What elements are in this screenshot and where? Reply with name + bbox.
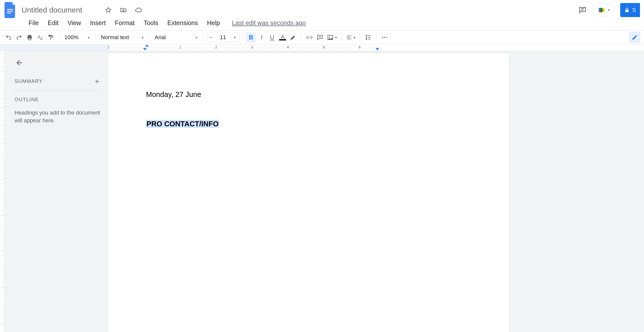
highlight-button[interactable] [288, 32, 298, 42]
svg-rect-6 [599, 8, 601, 10]
summary-label: SUMMARY [15, 78, 43, 84]
outline-empty-hint: Headings you add to the document will ap… [15, 109, 101, 125]
paragraph-style-value: Normal text [101, 34, 129, 41]
document-page[interactable]: Monday, 27 June PRO CONTACT/INFO [108, 52, 510, 332]
outline-collapse-button[interactable] [15, 59, 25, 69]
separator [341, 33, 342, 41]
ruler-number: 2 [215, 45, 217, 49]
editing-mode-button[interactable] [629, 32, 640, 43]
separator [149, 33, 149, 41]
separator [95, 33, 95, 41]
docs-logo[interactable] [4, 1, 17, 19]
header-right-cluster: ▾ S [578, 3, 640, 17]
move-icon[interactable] [119, 6, 128, 15]
font-size-input[interactable] [216, 34, 230, 41]
left-indent-marker[interactable] [143, 48, 147, 50]
horizontal-ruler[interactable]: 1123456 [0, 44, 644, 51]
font-size-decrease[interactable] [206, 33, 216, 42]
ruler-number: 5 [323, 45, 325, 49]
chevron-down-icon: ▾ [196, 35, 197, 39]
svg-rect-7 [599, 10, 601, 12]
add-summary-button[interactable]: ＋ [93, 76, 101, 86]
ruler-number: 1 [179, 45, 181, 49]
paint-format-button[interactable] [46, 32, 56, 42]
separator [376, 33, 376, 41]
font-size-increase[interactable] [230, 33, 239, 42]
ruler-number: 4 [287, 45, 289, 49]
share-button[interactable]: S [620, 3, 640, 17]
zoom-value: 100% [64, 34, 78, 41]
redo-button[interactable] [14, 32, 24, 42]
page-content[interactable]: Monday, 27 June PRO CONTACT/INFO [108, 53, 509, 128]
font-value: Arial [155, 34, 166, 41]
svg-rect-1 [7, 11, 13, 12]
ruler-number: 1 [108, 45, 110, 49]
title-icon-group [104, 6, 143, 15]
separator [360, 33, 360, 41]
comment-history-icon[interactable] [578, 6, 587, 15]
menu-tools[interactable]: Tools [139, 18, 163, 28]
chevron-down-icon: ▾ [142, 35, 143, 39]
undo-button[interactable] [4, 32, 14, 42]
ruler-gutter [0, 44, 108, 51]
separator [243, 33, 243, 41]
svg-rect-8 [625, 10, 629, 12]
text-color-button[interactable]: A [278, 32, 288, 42]
bold-button[interactable]: B [246, 32, 256, 42]
chevron-down-icon: ▾ [608, 8, 610, 12]
last-edit-link[interactable]: Last edit was seconds ago [232, 19, 306, 27]
svg-point-17 [329, 36, 330, 37]
align-button[interactable]: ▾ [345, 32, 357, 42]
line-spacing-button[interactable] [363, 32, 373, 42]
document-title-input[interactable] [22, 6, 102, 14]
star-icon[interactable] [104, 6, 113, 15]
outline-panel: SUMMARY ＋ OUTLINE Headings you add to th… [5, 51, 108, 332]
insert-link-button[interactable] [304, 32, 314, 42]
menu-extensions[interactable]: Extensions [163, 18, 202, 28]
svg-point-26 [386, 37, 387, 38]
menu-file[interactable]: File [24, 18, 43, 28]
svg-rect-2 [7, 13, 11, 13]
separator [301, 33, 301, 41]
add-comment-button[interactable] [315, 32, 325, 42]
summary-header: SUMMARY ＋ [15, 76, 101, 90]
font-size-group [206, 33, 240, 42]
svg-rect-0 [7, 9, 13, 10]
title-bar: ▾ S [0, 0, 644, 18]
meet-button[interactable]: ▾ [593, 3, 614, 17]
more-button[interactable] [379, 32, 389, 42]
italic-button[interactable]: I [257, 32, 267, 42]
chevron-down-icon: ▾ [335, 35, 337, 39]
chevron-down-icon: ▾ [88, 35, 90, 39]
paragraph-style-select[interactable]: Normal text▾ [98, 34, 146, 41]
separator [59, 33, 59, 41]
doc-text-line-2-selected[interactable]: PRO CONTACT/INFO [146, 120, 219, 128]
toolbar-right [629, 32, 640, 43]
ruler-track[interactable]: 1123456 [108, 44, 644, 51]
workspace: SUMMARY ＋ OUTLINE Headings you add to th… [0, 51, 644, 332]
svg-point-25 [384, 37, 385, 38]
ruler-number: 6 [359, 45, 361, 49]
insert-image-button[interactable]: ▾ [326, 32, 338, 42]
toolbar: A 100%▾ Normal text▾ Arial▾ B I U A ▾ ▾ [0, 30, 644, 44]
menu-help[interactable]: Help [203, 18, 224, 28]
menu-insert[interactable]: Insert [86, 18, 110, 28]
vertical-ruler[interactable] [0, 51, 5, 332]
menu-edit[interactable]: Edit [43, 18, 63, 28]
ruler-number: 3 [251, 45, 253, 49]
doc-text-line-1[interactable]: Monday, 27 June [146, 90, 472, 99]
cloud-status-icon[interactable] [134, 6, 143, 15]
menu-format[interactable]: Format [110, 18, 139, 28]
font-select[interactable]: Arial▾ [152, 34, 200, 41]
spellcheck-button[interactable]: A [35, 32, 45, 42]
outline-label: OUTLINE [15, 97, 101, 102]
menu-view[interactable]: View [63, 18, 86, 28]
menu-bar: File Edit View Insert Format Tools Exten… [0, 18, 644, 30]
zoom-select[interactable]: 100%▾ [62, 34, 92, 41]
underline-button[interactable]: U [267, 32, 277, 42]
page-area[interactable]: Monday, 27 June PRO CONTACT/INFO [108, 51, 644, 332]
svg-point-24 [382, 37, 383, 38]
print-button[interactable] [25, 32, 35, 42]
chevron-down-icon: ▾ [354, 35, 355, 39]
divider [15, 90, 101, 91]
